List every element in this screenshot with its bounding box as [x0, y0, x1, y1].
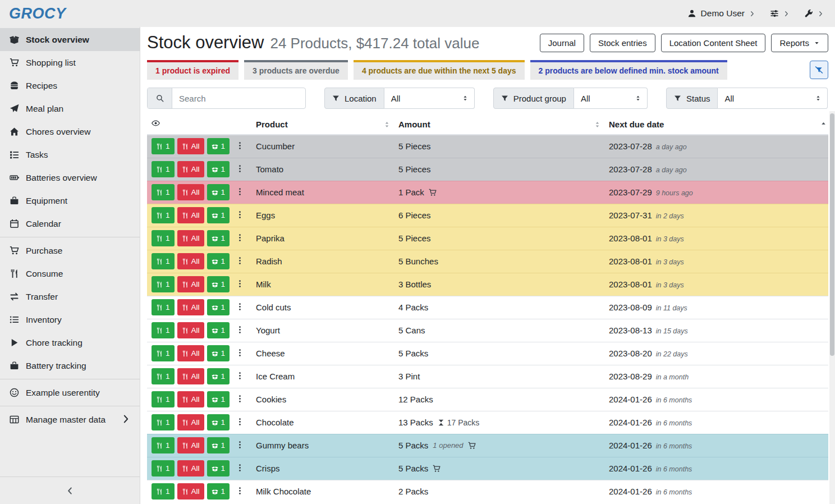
row-menu-button[interactable]: [234, 163, 246, 176]
consume-all-button[interactable]: All: [177, 184, 204, 200]
row-menu-button[interactable]: [234, 324, 246, 337]
consume-all-button[interactable]: All: [177, 207, 204, 223]
row-menu-button[interactable]: [234, 416, 246, 429]
sidebar-item-consume[interactable]: Consume: [0, 262, 140, 285]
row-menu-button[interactable]: [234, 140, 246, 153]
row-menu-button[interactable]: [234, 370, 246, 383]
status-filter-expired[interactable]: 1 product is expired: [147, 60, 238, 80]
row-menu-button[interactable]: [234, 186, 246, 199]
app-logo[interactable]: GROCY: [9, 5, 66, 22]
row-menu-button[interactable]: [234, 255, 246, 268]
consume-one-button[interactable]: 1: [152, 161, 175, 177]
consume-one-button[interactable]: 1: [152, 437, 175, 453]
consume-one-button[interactable]: 1: [152, 414, 175, 430]
row-menu-button[interactable]: [234, 209, 246, 222]
filter-status-select[interactable]: All: [718, 88, 828, 109]
open-one-button[interactable]: 1: [207, 253, 230, 269]
row-menu-button[interactable]: [234, 232, 246, 245]
consume-one-button[interactable]: 1: [152, 138, 175, 154]
consume-one-button[interactable]: 1: [152, 460, 175, 476]
consume-one-button[interactable]: 1: [152, 322, 175, 338]
stock-entries-button[interactable]: Stock entries: [590, 34, 655, 52]
consume-one-button[interactable]: 1: [152, 253, 175, 269]
column-next-due-date[interactable]: Next due date: [604, 114, 828, 135]
open-one-button[interactable]: 1: [207, 161, 230, 177]
sidebar-item-stock-overview[interactable]: Stock overview: [0, 28, 140, 51]
consume-all-button[interactable]: All: [177, 483, 204, 500]
consume-one-button[interactable]: 1: [152, 299, 175, 315]
open-one-button[interactable]: 1: [207, 276, 230, 292]
consume-all-button[interactable]: All: [177, 253, 204, 269]
consume-all-button[interactable]: All: [177, 138, 204, 154]
sidebar-item-equipment[interactable]: Equipment: [0, 189, 140, 212]
row-menu-button[interactable]: [234, 393, 246, 406]
consume-all-button[interactable]: All: [177, 276, 204, 292]
journal-button[interactable]: Journal: [540, 34, 584, 52]
user-menu[interactable]: Demo User: [687, 8, 755, 19]
sidebar-item-chore-tracking[interactable]: Chore tracking: [0, 331, 140, 354]
row-menu-button[interactable]: [234, 485, 246, 498]
consume-all-button[interactable]: All: [177, 322, 204, 338]
row-menu-button[interactable]: [234, 278, 246, 291]
consume-all-button[interactable]: All: [177, 437, 204, 453]
open-one-button[interactable]: 1: [207, 184, 230, 200]
status-filter-overdue[interactable]: 3 products are overdue: [244, 60, 348, 80]
column-amount[interactable]: Amount: [394, 114, 604, 135]
sidebar-item-example-userentity[interactable]: Example userentity: [0, 381, 140, 404]
sidebar-item-battery-tracking[interactable]: Battery tracking: [0, 354, 140, 377]
row-menu-button[interactable]: [234, 439, 246, 452]
consume-all-button[interactable]: All: [177, 414, 204, 430]
open-one-button[interactable]: 1: [207, 460, 230, 476]
sidebar-item-chores-overview[interactable]: Chores overview: [0, 120, 140, 143]
sidebar-item-tasks[interactable]: Tasks: [0, 143, 140, 166]
column-product[interactable]: Product: [251, 114, 394, 135]
sidebar-item-meal-plan[interactable]: Meal plan: [0, 97, 140, 120]
consume-all-button[interactable]: All: [177, 368, 204, 384]
consume-one-button[interactable]: 1: [152, 230, 175, 246]
filter-location-select[interactable]: All: [384, 88, 475, 109]
sidebar-item-transfer[interactable]: Transfer: [0, 285, 140, 308]
sidebar-item-manage-master-data[interactable]: Manage master data: [0, 408, 140, 431]
consume-all-button[interactable]: All: [177, 460, 204, 476]
display-settings-menu[interactable]: [770, 9, 790, 18]
open-one-button[interactable]: 1: [207, 345, 230, 361]
consume-all-button[interactable]: All: [177, 345, 204, 361]
consume-one-button[interactable]: 1: [152, 345, 175, 361]
status-filter-due-soon[interactable]: 4 products are due within the next 5 day…: [354, 60, 525, 80]
row-menu-button[interactable]: [234, 347, 246, 360]
open-one-button[interactable]: 1: [207, 207, 230, 223]
sidebar-item-inventory[interactable]: Inventory: [0, 308, 140, 331]
sidebar-item-batteries-overview[interactable]: Batteries overview: [0, 166, 140, 189]
status-filter-below-min[interactable]: 2 products are below defined min. stock …: [530, 60, 727, 80]
search-input[interactable]: [172, 88, 305, 108]
open-one-button[interactable]: 1: [207, 322, 230, 338]
column-visibility-header[interactable]: [147, 114, 251, 135]
sidebar-item-shopping-list[interactable]: Shopping list: [0, 51, 140, 74]
consume-one-button[interactable]: 1: [152, 483, 175, 500]
open-one-button[interactable]: 1: [207, 368, 230, 384]
clear-filters-button[interactable]: [810, 61, 828, 79]
reports-button[interactable]: Reports: [771, 34, 828, 52]
consume-all-button[interactable]: All: [177, 161, 204, 177]
open-one-button[interactable]: 1: [207, 414, 230, 430]
consume-one-button[interactable]: 1: [152, 207, 175, 223]
open-one-button[interactable]: 1: [207, 299, 230, 315]
row-menu-button[interactable]: [234, 301, 246, 314]
scrollbar-thumb[interactable]: [830, 113, 834, 356]
sidebar-item-calendar[interactable]: Calendar: [0, 212, 140, 235]
vertical-scrollbar[interactable]: [829, 111, 835, 504]
location-content-sheet-button[interactable]: Location Content Sheet: [661, 34, 766, 52]
consume-one-button[interactable]: 1: [152, 368, 175, 384]
open-one-button[interactable]: 1: [207, 138, 230, 154]
consume-one-button[interactable]: 1: [152, 391, 175, 407]
sidebar-collapse-button[interactable]: [0, 476, 140, 504]
consume-all-button[interactable]: All: [177, 230, 204, 246]
row-menu-button[interactable]: [234, 462, 246, 475]
open-one-button[interactable]: 1: [207, 483, 230, 500]
consume-all-button[interactable]: All: [177, 391, 204, 407]
sidebar-item-purchase[interactable]: Purchase: [0, 239, 140, 262]
open-one-button[interactable]: 1: [207, 230, 230, 246]
sidebar-item-recipes[interactable]: Recipes: [0, 74, 140, 97]
open-one-button[interactable]: 1: [207, 437, 230, 453]
consume-one-button[interactable]: 1: [152, 276, 175, 292]
